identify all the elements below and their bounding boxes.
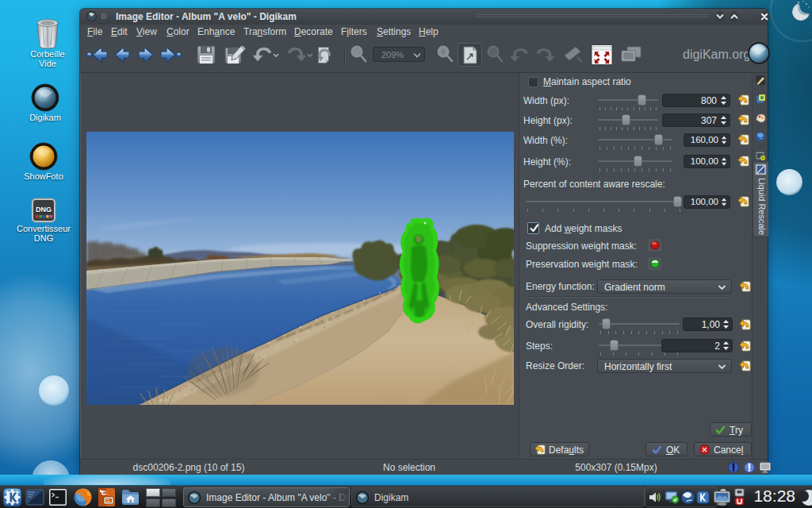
svg-text:DNG: DNG [36,206,52,214]
